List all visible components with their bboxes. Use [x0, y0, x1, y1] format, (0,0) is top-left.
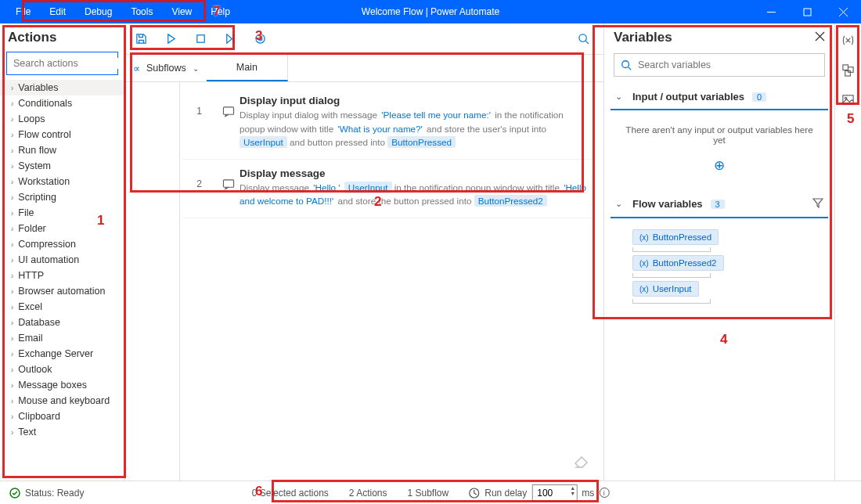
menu-debug[interactable]: Debug	[75, 2, 121, 22]
chevron-right-icon: ›	[11, 193, 13, 202]
action-category-label: Message boxes	[18, 380, 87, 391]
close-icon[interactable]	[815, 31, 825, 44]
chevron-right-icon: ›	[11, 303, 13, 311]
stop-button[interactable]	[193, 31, 208, 47]
action-category[interactable]: ›Run flow	[0, 142, 124, 158]
add-variable-button[interactable]: ⊕	[611, 153, 828, 185]
action-category-label: Folder	[18, 223, 45, 234]
action-category[interactable]: ›Variables	[0, 80, 124, 95]
designer-canvas[interactable]: 1 Display input dialog Display input dia…	[180, 82, 603, 481]
subflows-dropdown[interactable]: ∝ Subflows ⌄	[125, 55, 207, 81]
variables-rail-button[interactable]	[840, 31, 857, 49]
actions-search-input[interactable]	[13, 58, 136, 69]
action-category[interactable]: ›Exchange Server	[0, 346, 124, 362]
variables-search-input[interactable]	[638, 59, 818, 70]
step-row[interactable]: 2 Display message Display message 'Hello…	[183, 160, 593, 218]
variable-chip[interactable]: (x)ButtonPressed	[632, 229, 719, 245]
search-icon[interactable]	[575, 31, 591, 47]
minimize-button[interactable]	[753, 0, 789, 23]
step-button[interactable]	[222, 31, 238, 47]
clock-icon	[469, 488, 480, 499]
images-rail-button[interactable]	[840, 91, 857, 108]
action-category-label: Scripting	[18, 192, 56, 203]
action-category[interactable]: ›Clipboard	[0, 409, 124, 424]
action-category[interactable]: ›System	[0, 158, 124, 174]
action-category-label: Flow control	[18, 129, 70, 140]
action-category-label: HTTP	[18, 270, 44, 281]
io-variables-header[interactable]: ⌄ Input / output variables 0	[611, 85, 828, 110]
step-number: 2	[183, 167, 222, 189]
actions-search[interactable]	[6, 52, 118, 75]
menu-tools[interactable]: Tools	[121, 2, 162, 22]
tab-main[interactable]: Main	[207, 55, 288, 81]
subflow-tabs: ∝ Subflows ⌄ Main	[125, 55, 603, 82]
action-category[interactable]: ›Excel	[0, 299, 124, 315]
action-category-label: Variables	[18, 82, 58, 93]
chevron-down-icon: ⌄	[612, 199, 625, 209]
run-delay-label: Run delay	[485, 488, 527, 499]
chevron-down-icon: ⌄	[193, 64, 199, 73]
close-button[interactable]	[825, 0, 861, 23]
action-category[interactable]: ›Outlook	[0, 362, 124, 377]
annotation-number-2: 2	[374, 194, 381, 210]
menu-view[interactable]: View	[162, 2, 201, 22]
menu-help[interactable]: Help	[201, 2, 240, 22]
annotation-number-7: 7	[213, 4, 220, 20]
status-bar: Status: Ready 0 Selected actions 2 Actio…	[0, 481, 861, 504]
action-category[interactable]: ›Mouse and keyboard	[0, 393, 124, 409]
info-icon[interactable]: i	[599, 488, 609, 498]
action-category[interactable]: ›HTTP	[0, 268, 124, 283]
action-category[interactable]: ›Message boxes	[0, 377, 124, 393]
variable-chip[interactable]: (x)UserInput	[632, 281, 699, 297]
action-category[interactable]: ›Workstation	[0, 174, 124, 189]
action-category[interactable]: ›Database	[0, 315, 124, 330]
eraser-icon	[574, 455, 589, 471]
step-row[interactable]: 1 Display input dialog Display input dia…	[183, 87, 593, 160]
run-button[interactable]	[163, 31, 178, 47]
step-description: Display input dialog with message 'Pleas…	[240, 108, 589, 149]
filter-icon[interactable]	[812, 197, 823, 211]
action-category[interactable]: ›Scripting	[0, 189, 124, 205]
maximize-button[interactable]	[789, 0, 825, 23]
dialog-icon	[222, 95, 240, 120]
io-variables-label: Input / output variables	[632, 91, 744, 103]
chevron-right-icon: ›	[11, 350, 13, 358]
annotation-number-6: 6	[255, 484, 262, 499]
menu-edit[interactable]: Edit	[40, 2, 75, 22]
action-category[interactable]: ›Conditionals	[0, 95, 124, 111]
annotation-number-4: 4	[720, 332, 727, 347]
action-category[interactable]: ›Flow control	[0, 127, 124, 142]
action-category-label: Outlook	[18, 364, 52, 375]
designer-gutter	[125, 82, 180, 481]
chevron-right-icon: ›	[11, 412, 13, 421]
action-category[interactable]: ›Email	[0, 330, 124, 346]
annotation-number-3: 3	[255, 28, 262, 44]
designer-toolbar	[125, 23, 603, 55]
action-category[interactable]: ›Folder	[0, 221, 124, 236]
variables-search[interactable]	[614, 53, 825, 77]
chevron-right-icon: ›	[11, 256, 13, 265]
action-category[interactable]: ›Compression	[0, 236, 124, 252]
step-title: Display input dialog	[240, 95, 589, 106]
action-category[interactable]: ›Browser automation	[0, 283, 124, 299]
action-category[interactable]: ›UI automation	[0, 252, 124, 268]
spinner-icon[interactable]: ▲▼	[570, 485, 575, 496]
chevron-right-icon: ›	[11, 272, 13, 280]
action-category[interactable]: ›Loops	[0, 111, 124, 127]
menu-file[interactable]: File	[6, 2, 40, 22]
chevron-right-icon: ›	[11, 209, 13, 218]
variable-name: ButtonPressed	[653, 232, 711, 242]
variable-name: ButtonPressed2	[653, 258, 717, 268]
chevron-right-icon: ›	[11, 131, 13, 139]
flow-variables-header[interactable]: ⌄ Flow variables 3	[611, 191, 828, 218]
flow-variables-list: (x)ButtonPressed(x)ButtonPressed2(x)User…	[611, 218, 828, 311]
action-category[interactable]: ›File	[0, 205, 124, 221]
dialog-icon	[222, 167, 240, 193]
chevron-right-icon: ›	[11, 162, 13, 171]
ui-elements-rail-button[interactable]	[840, 61, 857, 78]
action-category[interactable]: ›Text	[0, 424, 124, 440]
variable-chip[interactable]: (x)ButtonPressed2	[632, 255, 724, 271]
save-button[interactable]	[133, 31, 149, 47]
step-number: 1	[183, 95, 222, 117]
action-category-label: Email	[18, 333, 42, 344]
